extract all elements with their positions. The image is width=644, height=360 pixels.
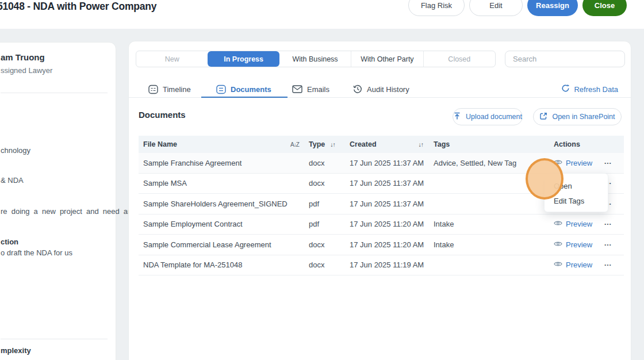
file-type: docx	[309, 261, 350, 269]
ellipsis-menu-icon[interactable]: •••	[604, 262, 612, 267]
tab-emails[interactable]: Emails	[292, 81, 329, 97]
file-type: docx	[309, 240, 350, 249]
documents-section-title: Documents	[139, 110, 186, 120]
external-link-icon	[539, 112, 547, 122]
tab-label: Audit History	[367, 85, 409, 94]
sidebar-divider	[1, 93, 108, 93]
status-tab-closed[interactable]: Closed	[423, 51, 495, 67]
matter-content-panel: New In Progress With Business With Other…	[128, 41, 631, 360]
column-header-actions: Actions	[554, 140, 624, 148]
status-tab-with-other-party[interactable]: With Other Party	[351, 51, 423, 67]
tab-label: Emails	[307, 85, 329, 94]
open-in-sharepoint-button[interactable]: Open in SharePoint	[533, 108, 622, 125]
file-name[interactable]: NDA Template for MA-251048	[139, 261, 290, 269]
sidebar-divider	[1, 339, 108, 339]
column-header-type[interactable]: Type ↓↑	[309, 140, 350, 148]
column-header-created[interactable]: Created ↓↑	[350, 140, 434, 148]
column-header-tags: Tags	[434, 140, 554, 148]
status-tab-new[interactable]: New	[136, 51, 208, 67]
tab-audit-history[interactable]: Audit History	[353, 81, 409, 97]
tab-timeline[interactable]: Timeline	[148, 81, 191, 97]
file-name[interactable]: Sample MSA	[139, 179, 290, 187]
sidebar-description-text: re doing a new project and need an	[1, 207, 132, 216]
file-name[interactable]: Sample Employment Contract	[139, 220, 290, 228]
refresh-label: Refresh Data	[574, 85, 618, 94]
ellipsis-menu-icon[interactable]: •••	[604, 242, 612, 247]
history-clock-icon	[353, 85, 362, 94]
file-name[interactable]: Sample Commercial Lease Agreement	[139, 240, 290, 249]
tab-label: Timeline	[163, 85, 191, 94]
refresh-data-button[interactable]: Refresh Data	[561, 81, 618, 97]
ellipsis-menu-icon[interactable]: •••	[604, 160, 612, 166]
refresh-icon	[561, 84, 570, 94]
table-row: Sample Commercial Lease Agreement docx 1…	[139, 235, 624, 255]
matter-details-panel: am Truong ssigned Lawyer chnology & NDA …	[0, 42, 116, 360]
sidebar-section-label: mplexity	[1, 346, 31, 355]
sort-icon[interactable]: ↓↑	[419, 141, 424, 148]
edit-button[interactable]: Edit	[469, 0, 523, 16]
documents-icon	[216, 85, 226, 94]
file-created: 17 Jun 2025 11:20 AM	[350, 220, 434, 228]
sidebar-field-value: & NDA	[1, 176, 24, 185]
flag-risk-button[interactable]: Flag Risk	[408, 0, 465, 16]
eye-icon	[554, 240, 562, 249]
assigned-lawyer-label: ssigned Lawyer	[1, 66, 52, 75]
file-created: 17 Jun 2025 11:19 AM	[350, 261, 434, 269]
ellipsis-menu-icon[interactable]: •••	[604, 221, 612, 227]
preview-button[interactable]: Preview	[566, 159, 592, 167]
click-highlight-indicator	[526, 158, 564, 200]
status-tab-in-progress[interactable]: In Progress	[208, 51, 279, 67]
file-tags: Intake	[434, 240, 554, 249]
status-tab-with-business[interactable]: With Business	[279, 51, 351, 67]
table-row: Sample Employment Contract pdf 17 Jun 20…	[139, 215, 624, 235]
page-title: 51048 - NDA with Power Company	[0, 1, 156, 13]
preview-button[interactable]: Preview	[566, 220, 592, 228]
status-tab-bar: New In Progress With Business With Other…	[136, 51, 496, 67]
file-created: 17 Jun 2025 11:37 AM	[350, 200, 434, 208]
table-row: NDA Template for MA-251048 docx 17 Jun 2…	[139, 255, 624, 276]
column-header-file-name[interactable]: File Name	[139, 140, 290, 148]
file-type: docx	[309, 179, 350, 187]
file-tags: Intake	[434, 220, 554, 228]
file-created: 17 Jun 2025 11:37 AM	[350, 179, 434, 187]
tab-label: Documents	[231, 85, 271, 94]
file-name[interactable]: Sample ShareHolders Agreement_SIGNED	[139, 200, 290, 208]
eye-icon	[554, 261, 562, 269]
search-input[interactable]	[505, 51, 625, 67]
alphabetical-sort-icon[interactable]: A↓Z	[290, 141, 309, 148]
upload-label: Upload document	[466, 113, 522, 121]
eye-icon	[554, 220, 562, 228]
file-created: 17 Jun 2025 11:20 AM	[350, 240, 434, 249]
assigned-lawyer-name: am Truong	[1, 52, 45, 62]
table-header-row: File Name A↓Z Type ↓↑ Created ↓↑ Tags Ac…	[139, 136, 624, 153]
timeline-icon	[148, 85, 158, 94]
file-created: 17 Jun 2025 11:37 AM	[350, 159, 434, 167]
file-type: docx	[309, 159, 350, 167]
close-matter-button[interactable]: Close	[582, 0, 627, 16]
sidebar-section-label: ction	[1, 238, 18, 246]
preview-button[interactable]: Preview	[566, 240, 592, 249]
upload-icon	[453, 112, 461, 122]
tab-documents[interactable]: Documents	[216, 81, 271, 97]
file-type: pdf	[309, 200, 350, 208]
sidebar-field-value: chnology	[1, 146, 30, 155]
envelope-icon	[292, 85, 302, 93]
content-tab-bar: Timeline Documents Emails Audit History …	[129, 81, 631, 98]
file-type: pdf	[309, 220, 350, 228]
sharepoint-label: Open in SharePoint	[552, 113, 615, 121]
reassign-button[interactable]: Reassign	[527, 0, 578, 16]
preview-button[interactable]: Preview	[566, 261, 592, 269]
sort-icon[interactable]: ↓↑	[330, 141, 335, 148]
top-header: 51048 - NDA with Power Company Flag Risk…	[0, 0, 644, 29]
upload-document-button[interactable]: Upload document	[453, 108, 523, 125]
sidebar-field-value: o draft the NDA for us	[1, 248, 72, 257]
file-name[interactable]: Sample Franchise Agreement	[139, 159, 290, 167]
